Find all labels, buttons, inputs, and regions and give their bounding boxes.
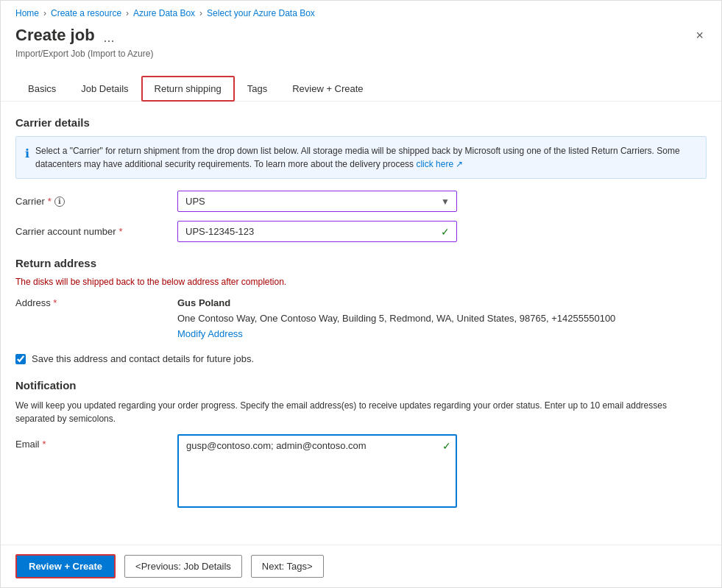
breadcrumb: Home › Create a resource › Azure Data Bo… — [1, 1, 721, 23]
email-row: Email * gusp@contoso.com; admin@contoso.… — [15, 434, 707, 510]
notification-title: Notification — [15, 379, 707, 392]
email-required: * — [43, 439, 46, 450]
address-line: One Contoso Way, One Contoso Way, Buildi… — [177, 311, 615, 327]
return-address-section-title: Return address — [15, 257, 707, 269]
carrier-row: Carrier * ℹ UPS FedEx DHL ▼ — [15, 191, 707, 212]
carrier-required: * — [48, 196, 52, 207]
carrier-label: Carrier * ℹ — [15, 196, 177, 207]
address-row: Address * Gus Poland One Contoso Way, On… — [15, 296, 707, 341]
notification-description: We will keep you updated regarding your … — [15, 399, 707, 425]
info-text: Select a "Carrier" for return shipment f… — [35, 146, 680, 169]
previous-button[interactable]: <Previous: Job Details — [124, 555, 242, 578]
breadcrumb-select-azure-data-box[interactable]: Select your Azure Data Box — [207, 8, 315, 18]
email-label: Email * — [15, 434, 177, 450]
tab-return-shipping[interactable]: Return shipping — [141, 76, 235, 102]
info-box: ℹ Select a "Carrier" for return shipment… — [15, 136, 707, 179]
breadcrumb-home[interactable]: Home — [15, 8, 39, 18]
tab-job-details[interactable]: Job Details — [68, 77, 141, 101]
content-area: Carrier details ℹ Select a "Carrier" for… — [1, 102, 721, 545]
ellipsis-button[interactable]: ... — [101, 29, 118, 47]
carrier-account-input[interactable] — [177, 221, 457, 242]
address-name: Gus Poland — [177, 296, 615, 311]
carrier-account-required: * — [119, 226, 123, 237]
carrier-account-input-wrapper: ✓ — [177, 221, 457, 242]
tabs: Basics Job Details Return shipping Tags … — [1, 63, 721, 102]
email-input[interactable]: gusp@contoso.com; admin@contoso.com — [177, 434, 457, 508]
info-icon: ℹ — [25, 145, 29, 163]
page-subtitle: Import/Export Job (Import to Azure) — [15, 49, 153, 59]
tab-basics[interactable]: Basics — [15, 77, 68, 101]
footer: Review + Create <Previous: Job Details N… — [1, 545, 721, 587]
page-container: Home › Create a resource › Azure Data Bo… — [0, 0, 722, 588]
info-link[interactable]: click here ↗ — [416, 159, 463, 169]
carrier-info-circle[interactable]: ℹ — [54, 196, 65, 207]
carrier-account-label: Carrier account number * — [15, 226, 177, 237]
modify-address-link[interactable]: Modify Address — [177, 328, 243, 339]
address-content: Gus Poland One Contoso Way, One Contoso … — [177, 296, 615, 341]
carrier-account-row: Carrier account number * ✓ — [15, 221, 707, 242]
carrier-section-title: Carrier details — [15, 116, 707, 129]
carrier-select-wrapper: UPS FedEx DHL ▼ — [177, 191, 457, 212]
address-label: Address * — [15, 296, 177, 308]
tab-review-create[interactable]: Review + Create — [280, 77, 375, 101]
carrier-select[interactable]: UPS FedEx DHL — [177, 191, 457, 212]
address-required: * — [53, 297, 57, 308]
save-address-checkbox[interactable] — [15, 354, 26, 364]
tab-tags[interactable]: Tags — [235, 77, 280, 101]
email-check-icon: ✓ — [442, 440, 451, 452]
page-title: Create job — [15, 26, 95, 45]
breadcrumb-azure-data-box[interactable]: Azure Data Box — [133, 8, 195, 18]
review-create-button[interactable]: Review + Create — [15, 554, 116, 578]
close-button[interactable]: × — [693, 26, 707, 45]
header-row: Create job ... Import/Export Job (Import… — [1, 23, 721, 59]
check-icon: ✓ — [441, 226, 450, 238]
save-address-label[interactable]: Save this address and contact details fo… — [32, 353, 254, 364]
title-area: Create job ... Import/Export Job (Import… — [15, 26, 153, 59]
return-address-subtitle: The disks will be shipped back to the be… — [15, 277, 707, 287]
notification-section: Notification We will keep you updated re… — [15, 379, 707, 510]
save-address-row: Save this address and contact details fo… — [15, 353, 707, 364]
email-textarea-wrapper: gusp@contoso.com; admin@contoso.com ✓ — [177, 434, 457, 510]
next-button[interactable]: Next: Tags> — [251, 555, 324, 578]
breadcrumb-create-resource[interactable]: Create a resource — [51, 8, 121, 18]
